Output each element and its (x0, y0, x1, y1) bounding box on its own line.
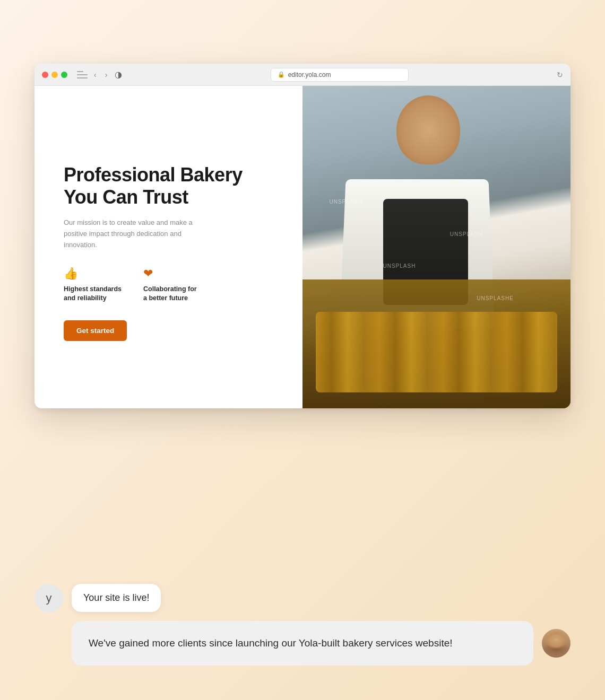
bakery-image: Unsplash Unsplash Unsplash Unsplashe (302, 86, 571, 408)
user-avatar-image (542, 629, 571, 658)
feature-label-2: Collaborating for a better future (143, 285, 202, 303)
hero-description: Our mission is to create value and make … (64, 217, 202, 250)
browser-window: ‹ › ◑ 🔒 editor.yola.com ↻ Professional B… (34, 64, 571, 408)
hero-section: Professional Bakery You Can Trust Our mi… (34, 86, 302, 408)
hero-title: Professional Bakery You Can Trust (64, 164, 276, 208)
yola-avatar: y (34, 584, 63, 612)
forward-arrow-icon[interactable]: › (103, 69, 110, 80)
baker-head (396, 95, 460, 164)
thumbs-up-icon: 👍 (64, 267, 122, 281)
feature-label-1: Highest standards and reliability (64, 285, 122, 303)
traffic-light-close[interactable] (42, 72, 48, 78)
chat-section: y Your site is live! We've gained more c… (34, 584, 571, 666)
browser-titlebar: ‹ › ◑ 🔒 editor.yola.com ↻ (34, 64, 571, 86)
chat-bubble-1: Your site is live! (72, 584, 161, 612)
chat-bubble-2: We've gained more clients since launchin… (72, 621, 533, 666)
browser-content: Professional Bakery You Can Trust Our mi… (34, 86, 571, 408)
traffic-lights (42, 72, 67, 78)
bread-items (316, 312, 557, 392)
lock-icon: 🔒 (278, 71, 285, 78)
back-arrow-icon[interactable]: ‹ (92, 69, 99, 80)
user-avatar (542, 629, 571, 658)
browser-controls: ‹ › (77, 69, 109, 80)
privacy-icon: ◑ (115, 69, 122, 80)
traffic-light-minimize[interactable] (51, 72, 58, 78)
address-bar[interactable]: 🔒 editor.yola.com (271, 68, 409, 82)
feature-item-2: ❤ Collaborating for a better future (143, 267, 202, 303)
chat-row-2: We've gained more clients since launchin… (72, 621, 571, 666)
chat-bubble-2-text: We've gained more clients since launchin… (89, 637, 453, 649)
reload-icon[interactable]: ↻ (557, 71, 563, 79)
address-bar-container: 🔒 editor.yola.com (133, 68, 546, 82)
heart-icon: ❤ (143, 267, 202, 281)
chat-bubble-1-text: Your site is live! (83, 592, 149, 603)
bakery-image-section: Unsplash Unsplash Unsplash Unsplashe (302, 86, 571, 408)
traffic-light-maximize[interactable] (61, 72, 67, 78)
feature-item-1: 👍 Highest standards and reliability (64, 267, 122, 303)
sidebar-toggle-icon[interactable] (77, 71, 88, 78)
yola-avatar-letter: y (46, 591, 52, 605)
chat-row-1: y Your site is live! (34, 584, 571, 612)
feature-icons: 👍 Highest standards and reliability ❤ Co… (64, 267, 276, 303)
get-started-button[interactable]: Get started (64, 320, 127, 341)
url-text: editor.yola.com (288, 71, 331, 78)
